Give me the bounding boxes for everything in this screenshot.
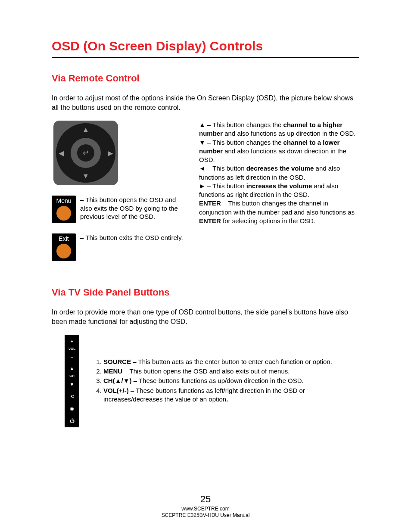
up-button-desc: ▲ – This button changes the channel to a… xyxy=(199,121,359,138)
exit-button-circle-icon xyxy=(56,244,71,258)
up-text-a: – This button changes the xyxy=(206,121,283,128)
enter-text-b: ENTER xyxy=(199,199,223,207)
menu-button-icon: Menu xyxy=(52,196,76,223)
panel-ch-label: CH xyxy=(69,373,75,380)
panel-vol-label: VOL xyxy=(68,346,75,352)
enter-text-a: – This button changes the channel in con… xyxy=(199,199,355,215)
exit-button-desc: – This button exits the OSD entirely. xyxy=(80,233,190,242)
item3-text: – These buttons functions as up/down dir… xyxy=(132,377,304,384)
down-text-a: – This button changes the xyxy=(206,139,283,146)
section1-intro: In order to adjust most of the options i… xyxy=(52,93,359,112)
panel-power-icon: ⏻ xyxy=(70,417,75,425)
section1-heading: Via Remote Control xyxy=(52,73,359,84)
item3-bold: CH(▲/▼) xyxy=(103,377,132,384)
enter-text-d: for selecting options in the OSD. xyxy=(221,217,315,224)
dpad-icon: ▲ ▼ ◀ ▶ ↵ xyxy=(53,121,118,185)
left-text-bold: decreases the volume xyxy=(246,165,314,172)
menu-button-circle-icon xyxy=(56,206,71,221)
up-arrow-icon: ▲ xyxy=(199,121,206,128)
page-title: OSD (On Screen Display) Controls xyxy=(52,39,359,53)
panel-plus-icon: + xyxy=(71,337,73,345)
list-item: CH(▲/▼) – These buttons functions as up/… xyxy=(103,376,359,385)
remote-right-column: ▲ – This button changes the channel to a… xyxy=(199,121,359,261)
page-footer: 25 www.SCEPTRE.com SCEPTRE E325BV-HDU Us… xyxy=(0,493,411,519)
exit-button-row: Exit – This button exits the OSD entirel… xyxy=(52,233,190,261)
dpad-ring: ↵ xyxy=(71,138,101,168)
title-rule xyxy=(52,57,359,58)
right-text-a: – This button xyxy=(206,182,246,190)
panel-down-icon: ▼ xyxy=(70,380,75,388)
exit-button-icon: Exit xyxy=(52,233,76,261)
down-button-desc: ▼ – This button changes the channel to a… xyxy=(199,138,359,165)
panel-minus-icon: − xyxy=(71,353,73,361)
down-arrow-icon: ▼ xyxy=(199,139,206,146)
item4-dot: . xyxy=(226,395,228,403)
item1-bold: SOURCE xyxy=(103,358,131,365)
dpad-up-icon: ▲ xyxy=(82,126,89,134)
right-arrow-icon: ► xyxy=(199,182,206,190)
list-item: SOURCE – This button acts as the enter b… xyxy=(103,358,359,366)
panel-menu-icon: ◉ xyxy=(70,404,74,412)
right-button-desc: ► – This button increases the volume and… xyxy=(199,182,359,199)
remote-layout: ▲ ▼ ◀ ▶ ↵ Menu – This button opens the O… xyxy=(52,121,359,261)
dpad-left-icon: ◀ xyxy=(59,149,64,157)
dpad-down-icon: ▼ xyxy=(82,172,89,180)
panel-up-icon: ▲ xyxy=(70,364,75,372)
right-text-bold: increases the volume xyxy=(246,182,312,190)
page-number: 25 xyxy=(0,493,411,506)
list-item: MENU – This button opens the OSD and als… xyxy=(103,367,359,376)
section2: Via TV Side Panel Buttons In order to pr… xyxy=(52,287,359,427)
item1-text: – This button acts as the enter button t… xyxy=(131,358,332,365)
menu-button-label: Menu xyxy=(56,197,71,204)
exit-button-label: Exit xyxy=(59,235,68,242)
menu-button-desc: – This button opens the OSD and also exi… xyxy=(80,196,190,221)
enter-text-bold2: ENTER xyxy=(199,217,221,224)
list-item: VOL(+/-) – These buttons functions as le… xyxy=(103,386,359,404)
item2-bold: MENU xyxy=(103,367,122,375)
document-page: OSD (On Screen Display) Controls Via Rem… xyxy=(0,0,411,532)
up-text-c: and also functions as up direction in th… xyxy=(223,130,356,137)
item4-bold: VOL(+/-) xyxy=(103,387,129,394)
dpad-enter-icon: ↵ xyxy=(77,144,94,162)
dpad-right-icon: ▶ xyxy=(108,149,113,157)
remote-left-column: ▲ ▼ ◀ ▶ ↵ Menu – This button opens the O… xyxy=(52,121,190,261)
section2-intro: In order to provide more than one type o… xyxy=(52,308,359,326)
side-panel-layout: + VOL − ▲ CH ▼ ⟲ ◉ ⏻ SOURCE – This butto… xyxy=(52,335,359,427)
footer-url: www.SCEPTRE.com xyxy=(0,506,411,513)
side-panel-icon: + VOL − ▲ CH ▼ ⟲ ◉ ⏻ xyxy=(65,335,79,427)
section2-heading: Via TV Side Panel Buttons xyxy=(52,287,359,298)
panel-source-icon: ⟲ xyxy=(70,392,74,400)
enter-button-desc: ENTER – This button changes the channel … xyxy=(199,199,359,225)
menu-button-row: Menu – This button opens the OSD and als… xyxy=(52,196,190,223)
left-arrow-icon: ◄ xyxy=(199,165,206,172)
item4-text: – These buttons functions as left/right … xyxy=(103,387,305,403)
left-text-a: – This button xyxy=(206,165,246,172)
item2-text: – This button opens the OSD and also exi… xyxy=(122,367,290,375)
footer-manual: SCEPTRE E325BV-HDU User Manual xyxy=(0,512,411,519)
side-panel-list: SOURCE – This button acts as the enter b… xyxy=(92,358,359,404)
left-button-desc: ◄ – This button decreases the volume and… xyxy=(199,164,359,182)
